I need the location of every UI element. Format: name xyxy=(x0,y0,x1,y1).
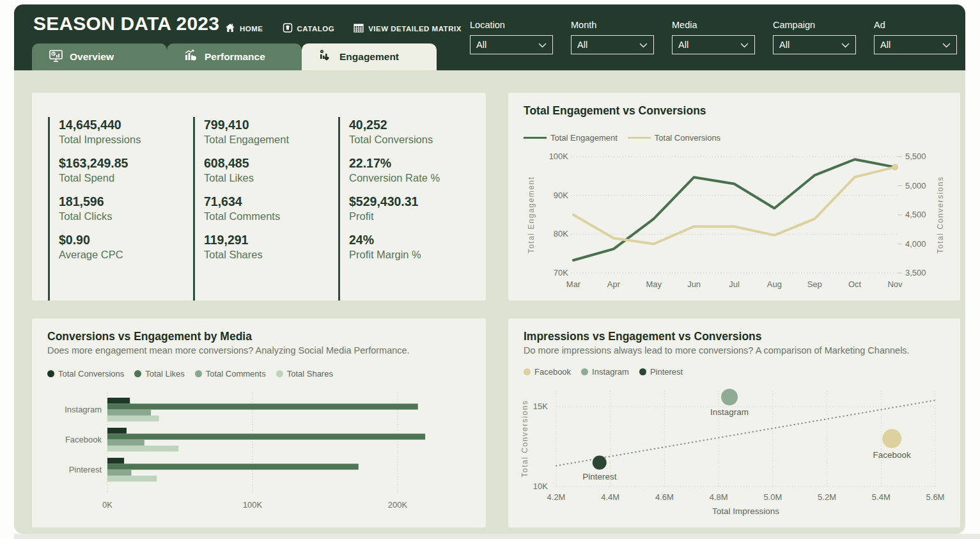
svg-text:Facebook: Facebook xyxy=(873,450,912,460)
series-swatch xyxy=(276,370,283,377)
top-nav: HOME CATALOG VIEW DETAILED MATRIX xyxy=(225,23,462,34)
filter-month: Month All xyxy=(571,20,654,54)
catalog-icon xyxy=(283,23,293,34)
series-swatch xyxy=(524,137,547,139)
legend-label: Total Likes xyxy=(145,369,184,379)
svg-text:100K: 100K xyxy=(243,500,263,510)
kpi-metric: 40,252Total Conversions xyxy=(349,117,483,146)
tab-label: Engagement xyxy=(339,51,399,63)
legend-item: Total Comments xyxy=(195,369,266,379)
legend-label: Total Comments xyxy=(206,369,266,379)
kpi-label: Total Engagement xyxy=(204,132,338,146)
kpi-label: Total Impressions xyxy=(59,132,193,146)
bar-chart-card: Conversions vs Engagement by Media Does … xyxy=(32,318,486,527)
dashboard-canvas: SEASON DATA 2023 HOME CATALOG xyxy=(14,4,965,534)
svg-text:4.4M: 4.4M xyxy=(601,492,619,502)
kpi-label: Total Shares xyxy=(204,247,338,262)
svg-text:5.6M: 5.6M xyxy=(926,492,945,502)
svg-text:5.0M: 5.0M xyxy=(763,492,782,502)
campaign-dropdown[interactable]: All xyxy=(773,35,856,54)
kpi-metric: 14,645,440Total Impressions xyxy=(59,117,193,146)
kpi-value: 40,252 xyxy=(349,117,483,132)
kpi-metric: 181,596Total Clicks xyxy=(59,194,193,223)
tab-overview[interactable]: Overview xyxy=(32,43,167,70)
svg-text:200K: 200K xyxy=(388,500,408,510)
kpi-metric: 22.17%Conversion Rate % xyxy=(349,155,483,185)
scatter-chart-card: Impressions vs Engagement vs Conversions… xyxy=(508,318,960,527)
svg-text:Facebook: Facebook xyxy=(65,435,102,444)
kpi-metric: 608,485Total Likes xyxy=(204,155,338,185)
svg-text:5,500: 5,500 xyxy=(905,152,926,161)
svg-text:3,500: 3,500 xyxy=(905,268,926,277)
svg-text:Mar: Mar xyxy=(566,279,581,289)
dropdown-value: All xyxy=(880,40,891,50)
nav-catalog[interactable]: CATALOG xyxy=(283,23,335,34)
svg-text:May: May xyxy=(646,279,662,289)
kpi-column-conversions: 40,252Total Conversions 22.17%Conversion… xyxy=(338,117,483,301)
legend-item: Total Likes xyxy=(134,369,184,379)
kpi-column-engagement: 799,410Total Engagement 608,485Total Lik… xyxy=(193,117,338,301)
series-swatch xyxy=(639,368,646,375)
nav-view-detailed-matrix[interactable]: VIEW DETAILED MATRIX xyxy=(354,23,462,34)
nav-home[interactable]: HOME xyxy=(225,23,263,34)
svg-text:Nov: Nov xyxy=(887,279,903,289)
engagement-vs-conversions-line-chart[interactable]: 100K90K80K70K5,5005,0004,5004,0003,500Ma… xyxy=(515,145,959,311)
impressions-vs-conversions-scatter-chart[interactable]: 4.2M4.4M4.6M4.8M5.0M5.2M5.4M5.6M15K10KFa… xyxy=(508,381,960,527)
svg-text:Apr: Apr xyxy=(607,279,621,289)
filter-label: Campaign xyxy=(773,20,856,30)
location-dropdown[interactable]: All xyxy=(470,35,553,54)
chevron-down-icon xyxy=(538,40,547,50)
legend-label: Pinterest xyxy=(650,367,683,377)
svg-text:Total Conversions: Total Conversions xyxy=(520,400,529,478)
chart-subtitle: Does more engagement mean more conversio… xyxy=(47,345,410,355)
tab-engagement[interactable]: Engagement xyxy=(302,43,437,70)
legend-item: Instagram xyxy=(581,367,629,377)
svg-text:4.2M: 4.2M xyxy=(547,492,566,502)
kpi-label: Total Conversions xyxy=(349,132,483,146)
filter-media: Media All xyxy=(672,20,755,54)
svg-text:Total Impressions: Total Impressions xyxy=(712,506,779,516)
kpi-metric: $0.90Average CPC xyxy=(59,232,193,262)
ad-dropdown[interactable]: All xyxy=(874,35,957,54)
kpi-label: Total Spend xyxy=(59,171,193,185)
svg-text:Jun: Jun xyxy=(687,279,701,289)
kpi-value: 119,291 xyxy=(204,232,338,247)
legend-label: Total Conversions xyxy=(58,369,124,379)
filter-bar: Location All Month All Media xyxy=(470,20,957,54)
chevron-down-icon xyxy=(639,40,648,50)
kpi-column-traffic: 14,645,440Total Impressions $163,249.85T… xyxy=(48,117,193,301)
series-swatch xyxy=(47,370,54,377)
legend-label: Facebook xyxy=(534,367,571,377)
svg-text:4.6M: 4.6M xyxy=(655,492,674,502)
kpi-label: Total Likes xyxy=(204,171,338,185)
svg-text:80K: 80K xyxy=(554,229,568,238)
legend-label: Instagram xyxy=(592,367,629,377)
conversions-by-media-bar-chart[interactable]: 0K100K200KInstagramFacebookPinterest xyxy=(43,390,478,520)
svg-text:Sep: Sep xyxy=(807,279,822,289)
engagement-icon xyxy=(319,49,332,65)
kpi-metric: $163,249.85Total Spend xyxy=(59,155,193,185)
media-dropdown[interactable]: All xyxy=(672,35,755,54)
chevron-down-icon xyxy=(841,40,850,50)
kpi-value: $0.90 xyxy=(59,232,193,247)
tab-performance[interactable]: Performance xyxy=(167,43,302,70)
legend-item: Total Conversions xyxy=(628,133,720,143)
svg-text:Jul: Jul xyxy=(729,279,740,289)
series-swatch xyxy=(628,137,651,139)
kpi-value: 71,634 xyxy=(204,194,338,209)
month-dropdown[interactable]: All xyxy=(571,35,654,54)
page-bottom-strip xyxy=(14,534,980,539)
overview-icon xyxy=(49,50,63,65)
svg-text:5,000: 5,000 xyxy=(905,181,926,191)
legend-item: Total Conversions xyxy=(47,369,124,379)
svg-text:90K: 90K xyxy=(554,191,568,200)
scatter-chart-legend: Facebook Instagram Pinterest xyxy=(524,367,683,377)
kpi-value: $529,430.31 xyxy=(349,194,483,209)
series-swatch xyxy=(581,368,588,375)
svg-text:Instagram: Instagram xyxy=(710,407,749,417)
kpi-value: 14,645,440 xyxy=(59,117,193,132)
legend-label: Total Engagement xyxy=(550,133,618,143)
svg-text:5.4M: 5.4M xyxy=(872,492,891,502)
matrix-icon xyxy=(354,24,364,34)
svg-text:70K: 70K xyxy=(554,268,568,277)
